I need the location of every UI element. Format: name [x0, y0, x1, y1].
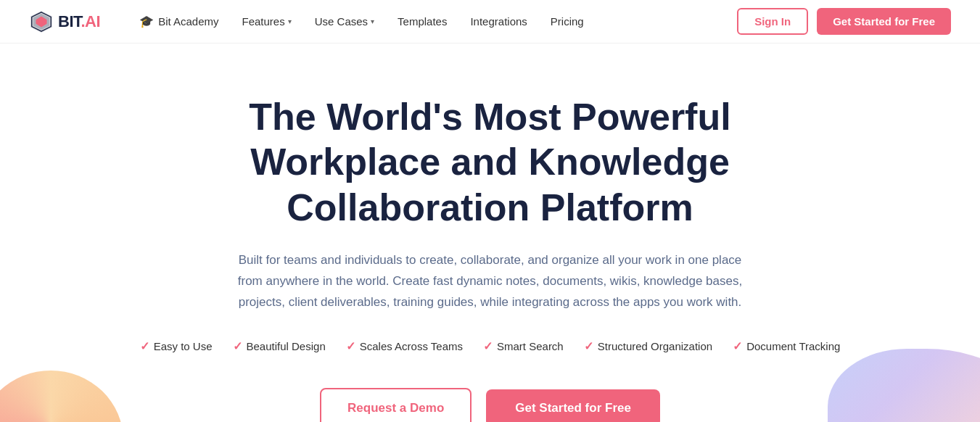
- nav-right: Sign In Get Started for Free: [737, 8, 951, 35]
- academy-icon: 🎓: [139, 15, 154, 28]
- blob-right-decoration: [828, 349, 980, 422]
- chevron-down-icon: ▾: [371, 17, 374, 25]
- request-demo-button[interactable]: Request a Demo: [320, 388, 472, 422]
- get-started-nav-button[interactable]: Get Started for Free: [817, 8, 951, 35]
- check-icon: ✓: [233, 339, 242, 353]
- feature-item: ✓Document Tracking: [733, 339, 840, 353]
- hero-section: The World's Most Powerful Workplace and …: [0, 44, 980, 422]
- nav-templates[interactable]: Templates: [387, 9, 457, 33]
- navbar: BIT.AI 🎓 Bit Academy Features ▾ Use Case…: [0, 0, 980, 44]
- feature-item: ✓Scales Across Teams: [346, 339, 463, 353]
- nav-features[interactable]: Features ▾: [232, 9, 302, 33]
- signin-button[interactable]: Sign In: [737, 8, 808, 35]
- check-icon: ✓: [483, 339, 493, 353]
- check-icon: ✓: [584, 339, 593, 353]
- check-icon: ✓: [346, 339, 355, 353]
- cta-buttons: Request a Demo Get Started for Free: [320, 388, 660, 422]
- hero-headline: The World's Most Powerful Workplace and …: [200, 94, 781, 230]
- hero-subtext: Built for teams and individuals to creat…: [236, 250, 744, 313]
- features-list: ✓Easy to Use✓Beautiful Design✓Scales Acr…: [140, 339, 841, 353]
- chevron-down-icon: ▾: [288, 17, 292, 25]
- check-icon: ✓: [733, 339, 742, 353]
- feature-item: ✓Easy to Use: [140, 339, 213, 353]
- logo-text: BIT.AI: [58, 12, 100, 31]
- feature-item: ✓Structured Organization: [584, 339, 712, 353]
- nav-academy[interactable]: 🎓 Bit Academy: [129, 9, 228, 34]
- nav-links: 🎓 Bit Academy Features ▾ Use Cases ▾ Tem…: [129, 9, 737, 34]
- check-icon: ✓: [140, 339, 149, 353]
- nav-use-cases[interactable]: Use Cases ▾: [305, 9, 384, 33]
- feature-item: ✓Beautiful Design: [233, 339, 326, 353]
- get-started-hero-button[interactable]: Get Started for Free: [486, 389, 660, 422]
- blob-left-decoration: [0, 371, 123, 422]
- logo[interactable]: BIT.AI: [29, 9, 100, 34]
- nav-pricing[interactable]: Pricing: [540, 9, 594, 33]
- nav-integrations[interactable]: Integrations: [460, 9, 537, 33]
- feature-item: ✓Smart Search: [483, 339, 564, 353]
